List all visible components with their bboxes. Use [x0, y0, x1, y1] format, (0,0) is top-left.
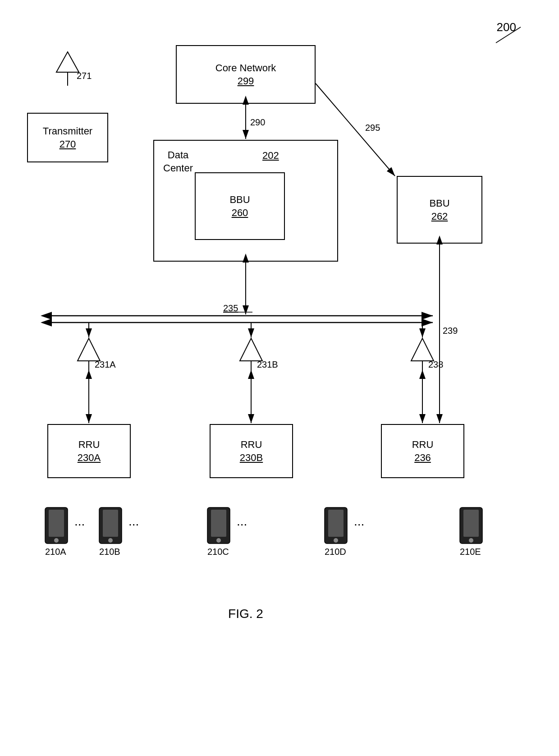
dots-1: ...	[74, 514, 85, 528]
bbu-260-ref: 260	[232, 207, 248, 219]
svg-marker-13	[78, 338, 100, 361]
svg-rect-26	[49, 510, 64, 537]
bbu-262-box: BBU 262	[397, 176, 482, 244]
rru-236-box: RRU 236	[381, 424, 464, 478]
bbu-260-label: BBU	[229, 194, 250, 207]
svg-rect-32	[211, 510, 226, 537]
svg-rect-25	[45, 507, 68, 544]
svg-marker-21	[411, 338, 434, 361]
label-239: 239	[443, 326, 458, 336]
dots-2: ...	[128, 514, 139, 528]
svg-rect-28	[99, 507, 122, 544]
fig-label: FIG. 2	[228, 607, 263, 621]
bbu-262-label: BBU	[429, 197, 449, 210]
rru-230a-ref: 230A	[78, 452, 101, 464]
core-network-ref: 299	[238, 75, 254, 87]
svg-rect-34	[325, 507, 347, 544]
data-center-label: Data Center	[163, 149, 193, 175]
label-210d: 210D	[325, 547, 346, 557]
svg-marker-17	[240, 338, 262, 361]
label-210e: 210E	[460, 547, 481, 557]
label-290: 290	[250, 117, 265, 127]
svg-rect-35	[328, 510, 344, 537]
core-network-box: Core Network 299	[176, 45, 316, 104]
data-center-box: Data Center 202 BBU 260	[153, 140, 338, 262]
label-231a: 231A	[95, 360, 116, 369]
svg-point-30	[108, 538, 113, 543]
rru-230a-box: RRU 230A	[47, 424, 131, 478]
label-238: 238	[428, 360, 443, 369]
bbu-262-ref: 262	[431, 211, 448, 222]
svg-point-39	[469, 538, 473, 543]
label-271: 271	[77, 71, 92, 81]
svg-rect-29	[103, 510, 118, 537]
dots-3: ...	[237, 514, 247, 528]
transmitter-label: Transmitter	[43, 125, 92, 138]
label-295: 295	[365, 123, 380, 133]
core-network-label: Core Network	[215, 62, 276, 75]
transmitter-ref: 270	[60, 138, 76, 150]
figure-ref-200: 200	[497, 20, 516, 34]
svg-rect-37	[460, 507, 482, 544]
transmitter-box: Transmitter 270	[27, 113, 108, 162]
label-210b: 210B	[99, 547, 120, 557]
svg-rect-31	[207, 507, 230, 544]
dots-4: ...	[354, 514, 364, 528]
rru-236-label: RRU	[412, 438, 434, 452]
rru-236-ref: 236	[414, 452, 431, 464]
bbu-260-box: BBU 260	[195, 172, 285, 240]
svg-point-36	[334, 538, 338, 543]
rru-230b-ref: 230B	[240, 452, 263, 464]
rru-230b-box: RRU 230B	[210, 424, 293, 478]
label-210c: 210C	[207, 547, 229, 557]
rru-230a-label: RRU	[78, 438, 100, 452]
svg-point-27	[54, 538, 59, 543]
label-210a: 210A	[45, 547, 66, 557]
svg-marker-6	[56, 52, 79, 72]
svg-rect-38	[463, 510, 479, 537]
svg-point-33	[216, 538, 221, 543]
data-center-ref: 202	[262, 150, 279, 161]
label-235: 235	[223, 303, 238, 313]
rru-230b-label: RRU	[241, 438, 262, 452]
label-231b: 231B	[257, 360, 278, 369]
